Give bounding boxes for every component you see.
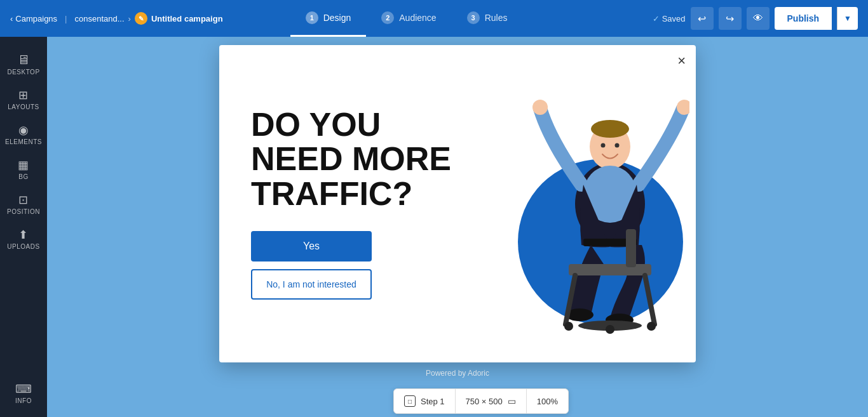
chevron-right-icon: › [128, 14, 131, 23]
check-icon: ✓ [653, 14, 660, 23]
sidebar-label-elements: ELEMENTS [5, 138, 42, 145]
tab-design[interactable]: 1 Design [290, 0, 367, 37]
campaign-icon-badge: ✎ [135, 12, 147, 25]
step-label: Step 1 [421, 397, 445, 406]
saved-status: ✓ Saved [653, 14, 686, 23]
sidebar-label-desktop: DESKTOP [7, 69, 39, 76]
layouts-icon: ⊞ [18, 89, 29, 101]
svg-point-18 [564, 322, 573, 331]
popup-modal[interactable]: × DO YOU NEED MORE TRAFFIC? Yes No, I am… [219, 45, 696, 362]
info-icon: ⌨ [15, 383, 32, 395]
popup-left-panel: DO YOU NEED MORE TRAFFIC? Yes No, I am n… [219, 76, 499, 332]
tab-rules[interactable]: 3 Rules [452, 0, 523, 37]
position-icon: ⊡ [18, 194, 29, 206]
zoom-indicator[interactable]: 100% [527, 389, 568, 413]
sidebar-label-info: INFO [15, 397, 32, 404]
popup-right-panel [499, 45, 696, 362]
bottom-bar-inner: □ Step 1 750 × 500 ▭ 100% [393, 388, 569, 414]
tab-label-rules: Rules [485, 13, 508, 23]
svg-point-10 [532, 100, 548, 115]
popup-wrapper: × DO YOU NEED MORE TRAFFIC? Yes No, I am… [219, 45, 696, 378]
sidebar-item-desktop[interactable]: 🖥 DESKTOP [3, 47, 44, 81]
campaigns-back-link[interactable]: ‹ Campaigns [10, 14, 57, 23]
tab-label-design: Design [323, 13, 351, 23]
close-button[interactable]: × [677, 54, 686, 68]
main-layout: 🖥 DESKTOP ⊞ LAYOUTS ◉ ELEMENTS ▦ BG ⊡ PO… [0, 37, 868, 417]
tab-num-audience: 2 [381, 11, 394, 24]
nav-separator-1: | [65, 14, 67, 23]
svg-point-13 [615, 143, 620, 147]
publish-dropdown-button[interactable]: ▼ [837, 7, 858, 30]
breadcrumb: consentand... › ✎ Untitled campaign [75, 12, 223, 25]
popup-headline: DO YOU NEED MORE TRAFFIC? [251, 107, 473, 211]
sidebar-item-uploads[interactable]: ⬆ UPLOADS [3, 223, 44, 255]
svg-point-20 [647, 322, 656, 331]
powered-by-label: Powered by Adoric [219, 369, 696, 378]
saved-label: Saved [662, 14, 686, 23]
undo-button[interactable]: ↩ [691, 7, 714, 30]
dimensions-indicator: 750 × 500 ▭ [456, 389, 527, 413]
sidebar-label-bg: BG [18, 173, 28, 180]
sidebar-item-info[interactable]: ⌨ INFO [3, 377, 44, 409]
yes-button[interactable]: Yes [251, 231, 372, 261]
uploads-icon: ⬆ [18, 229, 29, 241]
chevron-left-icon: ‹ [10, 14, 13, 23]
sidebar-item-elements[interactable]: ◉ ELEMENTS [3, 118, 44, 150]
chair-seat [569, 264, 651, 275]
dimensions-value: 750 × 500 [466, 397, 503, 406]
svg-rect-14 [626, 229, 636, 267]
breadcrumb-site[interactable]: consentand... [75, 14, 125, 23]
person-illustration [531, 77, 689, 343]
tab-num-design: 1 [306, 11, 318, 24]
sidebar-label-uploads: UPLOADS [7, 243, 39, 250]
svg-point-12 [601, 143, 606, 147]
canvas-area: × DO YOU NEED MORE TRAFFIC? Yes No, I am… [47, 37, 868, 417]
preview-button[interactable]: 👁 [747, 7, 770, 30]
svg-line-16 [645, 275, 654, 324]
publish-button[interactable]: Publish [775, 7, 832, 30]
tab-bar: 1 Design 2 Audience 3 Rules [290, 0, 523, 37]
bg-icon: ▦ [18, 159, 29, 171]
sidebar-item-position[interactable]: ⊡ POSITION [3, 188, 44, 220]
sidebar-item-layouts[interactable]: ⊞ LAYOUTS [3, 83, 44, 116]
sidebar: 🖥 DESKTOP ⊞ LAYOUTS ◉ ELEMENTS ▦ BG ⊡ PO… [0, 37, 47, 417]
no-button[interactable]: No, I am not interested [251, 269, 372, 300]
svg-point-19 [606, 325, 614, 334]
step-indicator[interactable]: □ Step 1 [394, 389, 456, 413]
sidebar-label-position: POSITION [7, 208, 40, 215]
top-navigation: ‹ Campaigns | consentand... › ✎ Untitled… [0, 0, 868, 37]
redo-button[interactable]: ↪ [719, 7, 742, 30]
nav-actions: ✓ Saved ↩ ↪ 👁 Publish ▼ [653, 7, 858, 30]
elements-icon: ◉ [18, 124, 29, 136]
step-icon: □ [404, 395, 416, 407]
campaign-name: Untitled campaign [151, 14, 223, 23]
desktop-icon: 🖥 [17, 53, 31, 66]
sidebar-label-layouts: LAYOUTS [8, 103, 39, 110]
tab-num-rules: 3 [467, 11, 480, 24]
sidebar-item-bg[interactable]: ▦ BG [3, 153, 44, 185]
bottom-bar: □ Step 1 750 × 500 ▭ 100% [94, 385, 868, 417]
svg-point-2 [591, 120, 629, 138]
zoom-value: 100% [537, 397, 558, 406]
tab-label-audience: Audience [399, 13, 436, 23]
monitor-icon: ▭ [508, 396, 516, 406]
tab-audience[interactable]: 2 Audience [366, 0, 451, 37]
campaigns-label: Campaigns [15, 14, 57, 23]
